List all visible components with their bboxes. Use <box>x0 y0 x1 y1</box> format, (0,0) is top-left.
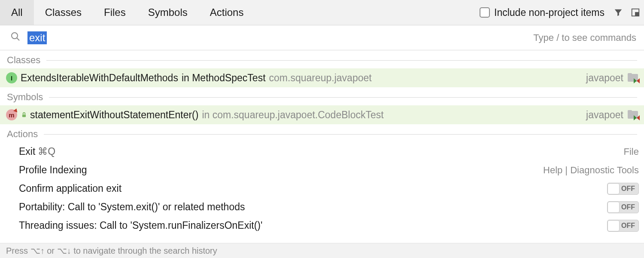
include-nonproject-label: Include non-project items <box>494 7 605 18</box>
section-title: Classes <box>7 55 40 66</box>
class-result-row[interactable]: I ExtendsIterableWithDefaultMethods in M… <box>0 68 644 87</box>
lock-icon <box>21 111 27 118</box>
svg-point-2 <box>12 33 18 39</box>
module-dir-icon <box>628 73 639 83</box>
include-nonproject-wrap: Include non-project items <box>480 0 610 25</box>
section-title: Actions <box>7 129 38 140</box>
section-header-actions: Actions <box>0 124 644 142</box>
action-meta: File <box>624 146 639 157</box>
toggle-off[interactable]: OFF <box>607 220 639 232</box>
action-confirm-exit[interactable]: Confirm application exit OFF <box>0 179 644 198</box>
footer-hint: Press ⌥↑ or ⌥↓ to navigate through the s… <box>0 243 644 258</box>
result-module: javapoet <box>586 109 623 121</box>
section-title: Symbols <box>7 92 43 103</box>
action-label: Profile Indexing <box>19 164 543 176</box>
scope-tabbar: All Classes Files Symbols Actions Includ… <box>0 0 644 25</box>
result-name: statementExitWithoutStatementEnter() <box>30 109 198 121</box>
tab-symbols[interactable]: Symbols <box>137 0 199 25</box>
action-threading-finalizers[interactable]: Threading issues: Call to 'System.runFin… <box>0 216 644 235</box>
toggle-off[interactable]: OFF <box>607 183 639 195</box>
interface-icon: I <box>6 72 17 83</box>
action-label: Confirm application exit <box>19 183 607 194</box>
method-icon: m <box>6 109 17 120</box>
svg-rect-1 <box>635 12 638 15</box>
search-icon <box>10 31 21 44</box>
module-dir-icon <box>628 110 639 120</box>
action-label: Exit⌘Q <box>19 146 624 157</box>
tab-files[interactable]: Files <box>93 0 137 25</box>
result-package: com.squareup.javapoet <box>269 72 372 84</box>
result-context: in com.squareup.javapoet.CodeBlockTest <box>202 109 383 121</box>
action-shortcut: ⌘Q <box>38 146 55 157</box>
search-input[interactable]: exit <box>27 31 47 44</box>
section-header-classes: Classes <box>0 50 644 68</box>
action-label: Threading issues: Call to 'System.runFin… <box>19 220 607 231</box>
action-portability-system-exit[interactable]: Portability: Call to 'System.exit()' or … <box>0 198 644 216</box>
pin-window-icon[interactable] <box>627 0 644 25</box>
result-module: javapoet <box>586 72 623 84</box>
symbol-result-row[interactable]: m statementExitWithoutStatementEnter() i… <box>0 105 644 124</box>
action-exit[interactable]: Exit⌘Q File <box>0 142 644 161</box>
result-name: ExtendsIterableWithDefaultMethods <box>21 72 178 84</box>
section-header-symbols: Symbols <box>0 87 644 105</box>
result-context: in MethodSpecTest <box>182 72 266 84</box>
search-hint: Type / to see commands <box>533 32 636 43</box>
action-label: Portability: Call to 'System.exit()' or … <box>19 201 607 213</box>
toggle-off[interactable]: OFF <box>607 201 639 213</box>
action-meta: Help | Diagnostic Tools <box>543 165 639 176</box>
tab-all[interactable]: All <box>0 0 34 25</box>
tab-actions[interactable]: Actions <box>199 0 255 25</box>
filter-icon[interactable] <box>610 0 627 25</box>
include-nonproject-checkbox[interactable] <box>480 7 490 18</box>
action-profile-indexing[interactable]: Profile Indexing Help | Diagnostic Tools <box>0 161 644 179</box>
svg-line-3 <box>17 38 19 40</box>
svg-rect-4 <box>22 114 26 117</box>
search-row: exit Type / to see commands <box>0 25 644 50</box>
tab-classes[interactable]: Classes <box>34 0 93 25</box>
